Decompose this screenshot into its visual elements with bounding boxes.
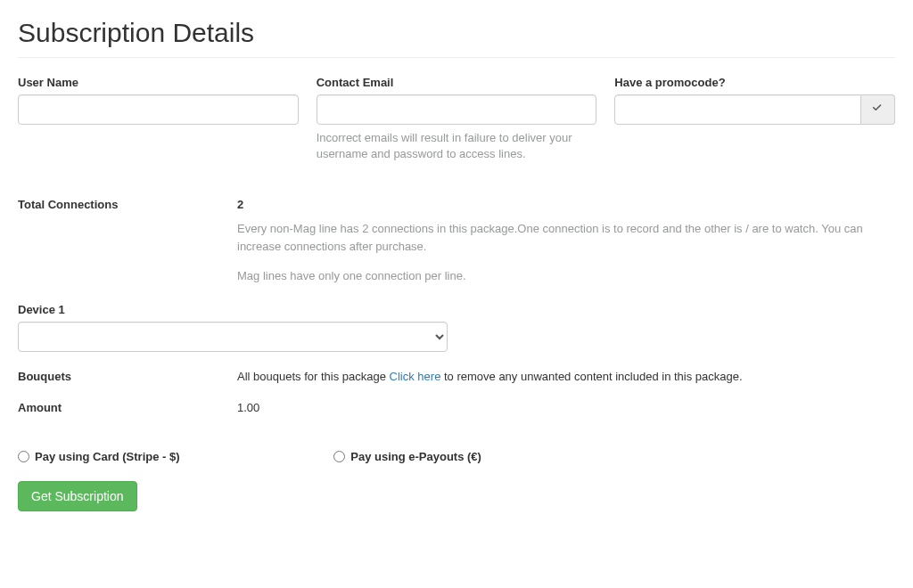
email-label: Contact Email — [317, 76, 597, 89]
bouquets-prefix: All bouquets for this package — [237, 370, 390, 383]
connections-desc1: Every non-Mag line has 2 connections in … — [237, 220, 895, 255]
connections-desc2: Mag lines have only one connection per l… — [237, 267, 895, 285]
promo-label: Have a promocode? — [614, 76, 895, 89]
promo-apply-button[interactable] — [861, 94, 895, 125]
amount-label: Amount — [18, 401, 237, 414]
bouquets-link[interactable]: Click here — [390, 370, 441, 383]
device1-label: Device 1 — [18, 303, 448, 316]
device1-select[interactable] — [18, 322, 448, 352]
pay-epayouts-label[interactable]: Pay using e-Payouts (€) — [350, 450, 481, 463]
pay-stripe-label[interactable]: Pay using Card (Stripe - $) — [35, 450, 180, 463]
username-input[interactable] — [18, 94, 299, 125]
promo-input[interactable] — [614, 94, 861, 125]
amount-value: 1.00 — [237, 401, 895, 414]
email-input[interactable] — [317, 94, 597, 125]
bouquets-text: All bouquets for this package Click here… — [237, 370, 895, 383]
pay-stripe-radio[interactable] — [18, 451, 29, 462]
bouquets-suffix: to remove any unwanted content included … — [440, 370, 742, 383]
email-help: Incorrect emails will result in failure … — [317, 130, 597, 162]
check-icon — [872, 102, 883, 118]
connections-label: Total Connections — [18, 198, 237, 285]
bouquets-label: Bouquets — [18, 370, 237, 383]
page-title: Subscription Details — [18, 18, 895, 58]
get-subscription-button[interactable]: Get Subscription — [18, 481, 137, 511]
username-label: User Name — [18, 76, 299, 89]
pay-epayouts-radio[interactable] — [333, 451, 345, 462]
connections-value: 2 — [237, 198, 895, 211]
